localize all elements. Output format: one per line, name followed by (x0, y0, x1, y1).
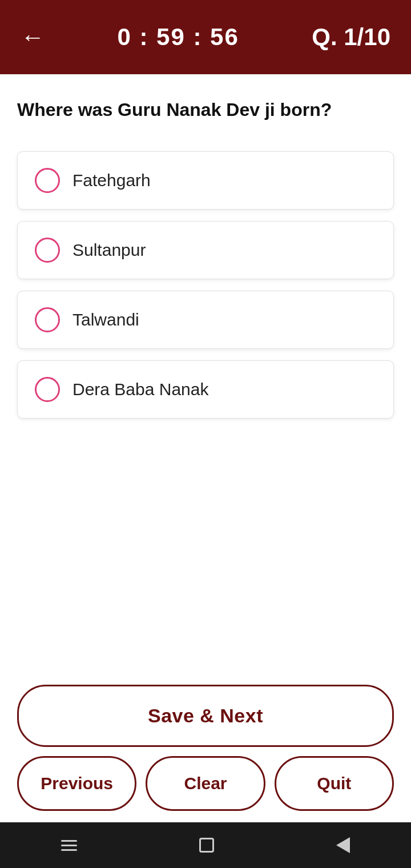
save-next-button[interactable]: Save & Next (17, 685, 394, 747)
main-content: Where was Guru Nanak Dev ji born? Fatehg… (0, 74, 411, 685)
secondary-buttons-row: Previous Clear Quit (17, 756, 394, 811)
radio-b (35, 238, 60, 263)
radio-a (35, 168, 60, 193)
back-button[interactable]: ← (21, 23, 45, 51)
bottom-actions: Save & Next Previous Clear Quit (0, 685, 411, 822)
previous-button[interactable]: Previous (17, 756, 136, 811)
question-count-display: Q. 1/10 (312, 23, 390, 51)
option-a-label: Fatehgarh (72, 171, 151, 190)
android-menu-icon[interactable] (61, 840, 77, 851)
option-b-label: Sultanpur (72, 240, 146, 260)
radio-c (35, 307, 60, 332)
android-home-icon[interactable] (199, 838, 214, 853)
option-d[interactable]: Dera Baba Nanak (17, 360, 394, 419)
quiz-header: ← 0 : 59 : 56 Q. 1/10 (0, 0, 411, 74)
quit-button[interactable]: Quit (275, 756, 394, 811)
radio-d (35, 377, 60, 402)
android-back-icon[interactable] (336, 837, 350, 853)
timer-display: 0 : 59 : 56 (117, 23, 239, 51)
option-d-label: Dera Baba Nanak (72, 380, 208, 399)
options-container: Fatehgarh Sultanpur Talwandi Dera Baba N… (17, 151, 394, 419)
android-nav-bar (0, 822, 411, 868)
option-a[interactable]: Fatehgarh (17, 151, 394, 210)
option-c[interactable]: Talwandi (17, 291, 394, 349)
option-b[interactable]: Sultanpur (17, 221, 394, 279)
clear-button[interactable]: Clear (146, 756, 265, 811)
question-text: Where was Guru Nanak Dev ji born? (17, 97, 394, 123)
option-c-label: Talwandi (72, 310, 139, 329)
